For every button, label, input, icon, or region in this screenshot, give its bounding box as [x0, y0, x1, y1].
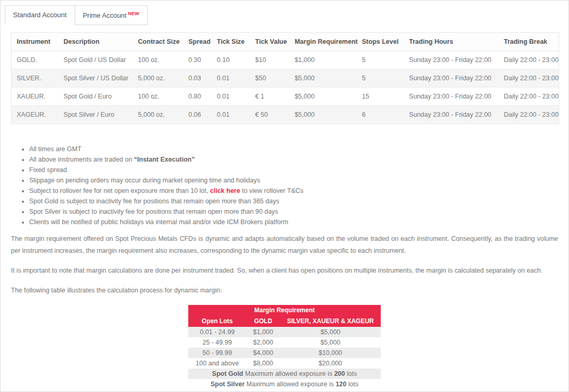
- column-header: Contract Size: [133, 33, 184, 51]
- table-cell: $10: [250, 51, 289, 69]
- table-cell: 5: [357, 51, 404, 69]
- rollover-terms-link[interactable]: click here: [210, 187, 240, 194]
- tab-label: Prime Account: [83, 11, 127, 19]
- margin-table-cell: $8,000: [246, 358, 280, 369]
- exposure-note-row: Spot Gold Maximum allowed exposure is 20…: [188, 369, 380, 379]
- table-cell: 0.30: [183, 51, 212, 69]
- table-cell: 0.80: [183, 88, 212, 106]
- table-cell: Sunday 23:00 - Friday 22:00: [404, 106, 499, 124]
- bold-text: Spot Gold: [212, 370, 244, 377]
- margin-table-cell: $1,000: [246, 327, 280, 337]
- margin-table-cell: $2,000: [246, 337, 280, 348]
- note-item: All times are GMT: [29, 146, 549, 153]
- table-cell: $1,000: [289, 51, 357, 69]
- margin-table-cell: $4,000: [246, 348, 280, 358]
- column-header: Stops Level: [357, 33, 404, 51]
- table-cell: 0.01: [212, 88, 250, 106]
- table-cell: 100 oz.: [133, 51, 184, 69]
- text: Spot Silver is subject to inactivity fee…: [29, 208, 278, 215]
- text: Clients will be notified of public holid…: [29, 218, 288, 226]
- bold-text: 120: [335, 381, 346, 388]
- text: to view rollover T&Cs: [240, 187, 303, 194]
- margin-column-header: Open Lots: [188, 316, 246, 327]
- bold-text: Spot Silver: [211, 381, 245, 388]
- text: All above instruments are traded on: [29, 156, 134, 163]
- text: lots: [346, 381, 358, 388]
- table-header-row: InstrumentDescriptionContract SizeSpread…: [11, 33, 559, 51]
- note-item: Slippage on pending orders may occur dur…: [29, 177, 549, 184]
- tab-standard-account[interactable]: Standard Account: [5, 5, 75, 25]
- column-header: Tick Size: [212, 33, 250, 51]
- table-cell: 0.06: [183, 106, 212, 124]
- text: Fixed spread: [29, 166, 67, 174]
- table-cell: Daily 22:00 - 23:00: [499, 51, 559, 69]
- margin-table-row: 25 - 49.99$2,000$5,000: [188, 337, 380, 348]
- bold-text: 200: [334, 370, 345, 377]
- table-cell: 15: [357, 88, 404, 106]
- paragraph-table-intro: The following table illustrates the calc…: [11, 285, 558, 297]
- table-cell: 0.03: [183, 69, 212, 88]
- table-cell: Sunday 23:00 - Friday 22:00: [404, 88, 499, 106]
- note-item: All above instruments are traded on “Ins…: [29, 156, 549, 163]
- exposure-note-row: Spot Silver Maximum allowed exposure is …: [188, 379, 380, 389]
- margin-table-cell: $10,000: [280, 348, 380, 358]
- note-item: Spot Silver is subject to inactivity fee…: [29, 209, 549, 215]
- text: Slippage on pending orders may occur dur…: [29, 177, 260, 184]
- margin-table-row: 0.01 - 24.99$1,000$5,000: [188, 327, 380, 337]
- column-header: Trading Break: [499, 33, 559, 51]
- column-header: Trading Hours: [404, 33, 499, 51]
- text: Subject to rollover fee for net open exp…: [29, 187, 210, 194]
- column-header: Description: [58, 33, 133, 51]
- margin-table-row: 50 - 99.99$4,000$10,000: [188, 348, 380, 358]
- margin-table-cell: $5,000: [280, 327, 380, 337]
- table-cell: Spot Silver / US Dollar: [58, 69, 133, 88]
- table-cell: SILVER.: [11, 69, 58, 88]
- table-row: XAUEUR.Spot Gold / Euro100 oz.0.800.01€ …: [11, 88, 559, 106]
- table-cell: XAGEUR.: [11, 106, 58, 124]
- column-header: Tick Value: [250, 33, 289, 51]
- table-cell: Daily 22:00 - 23:00: [499, 88, 559, 106]
- text: lots: [345, 370, 357, 377]
- note-item: Subject to rollover fee for net open exp…: [29, 188, 549, 194]
- note-item: Clients will be notified of public holid…: [29, 219, 549, 226]
- tab-prime-account[interactable]: Prime AccountNEW: [75, 5, 148, 25]
- bold-text: “Instant Execution”: [134, 156, 195, 163]
- table-cell: 0.01: [212, 69, 250, 88]
- note-item: Fixed spread: [29, 167, 549, 174]
- margin-description: The margin requirement offered on Spot P…: [11, 233, 558, 297]
- page: { "colors": { "accent": "#e8294a", "row_…: [0, 0, 569, 392]
- table-cell: Spot Gold / Euro: [58, 88, 133, 106]
- table-cell: GOLD.: [11, 51, 58, 69]
- paragraph-per-instrument: It is important to note that margin calc…: [11, 265, 558, 277]
- margin-column-header: GOLD: [246, 316, 280, 327]
- margin-table-cell: 0.01 - 24.99: [188, 327, 246, 337]
- table-row: SILVER.Spot Silver / US Dollar5,000 oz.0…: [11, 69, 559, 88]
- trading-notes: All times are GMTAll above instruments a…: [21, 146, 549, 226]
- table-cell: 5: [357, 69, 404, 88]
- text: All times are GMT: [29, 145, 81, 153]
- instrument-spec-table: InstrumentDescriptionContract SizeSpread…: [11, 32, 559, 124]
- new-badge: NEW: [128, 11, 139, 16]
- table-cell: Sunday 23:00 - Friday 22:00: [404, 69, 499, 88]
- margin-table-cell: 50 - 99.99: [188, 348, 246, 358]
- table-cell: Daily 22:00 - 23:00: [499, 106, 559, 124]
- margin-table-cell: $5,000: [280, 337, 380, 348]
- margin-table-cell: 25 - 49.99: [188, 337, 246, 348]
- table-cell: XAUEUR.: [11, 88, 58, 106]
- table-cell: 100 oz.: [133, 88, 184, 106]
- exposure-note: Spot Gold Maximum allowed exposure is 20…: [188, 369, 380, 379]
- table-cell: 0.01: [212, 106, 250, 124]
- table-cell: $5,000: [289, 88, 357, 106]
- margin-table-title: Margin Requirement: [188, 305, 380, 316]
- table-cell: 5,000 oz.: [133, 69, 184, 88]
- column-header: Instrument: [11, 33, 58, 51]
- table-cell: $50: [250, 69, 289, 88]
- table-cell: Daily 22:00 - 23:00: [499, 69, 559, 88]
- table-cell: Spot Silver / Euro: [58, 106, 133, 124]
- table-cell: $5,000: [289, 69, 357, 88]
- text: Maximum allowed exposure is: [243, 370, 334, 377]
- table-row: GOLD.Spot Gold / US Dollar100 oz.0.300.1…: [11, 51, 559, 69]
- table-cell: 6: [357, 106, 404, 124]
- table-cell: 0.10: [212, 51, 250, 69]
- margin-requirement-table: Margin Requirement Open LotsGOLDSILVER, …: [188, 305, 380, 389]
